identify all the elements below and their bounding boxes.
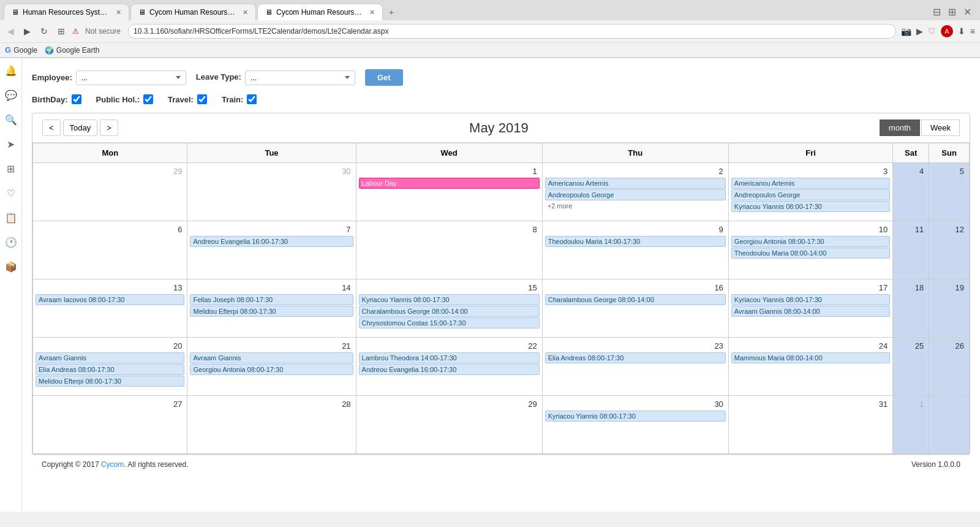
calendar-day-cell[interactable]: 6: [33, 221, 187, 279]
employee-select[interactable]: ...: [76, 70, 186, 85]
birthday-checkbox[interactable]: [72, 94, 81, 104]
play-icon[interactable]: ▶: [916, 26, 923, 36]
calendar-day-cell[interactable]: 4: [893, 163, 929, 221]
calendar-event[interactable]: Charalambous George 08:00-14:00: [545, 294, 726, 305]
calendar-event[interactable]: Lambrou Theodora 14:00-17:30: [359, 352, 540, 363]
calendar-day-cell[interactable]: 1: [893, 396, 929, 454]
calendar-day-cell[interactable]: 23Elia Andreas 08:00-17:30: [542, 338, 728, 396]
calendar-event[interactable]: Charalambous George 08:00-14:00: [359, 306, 540, 317]
calendar-day-cell[interactable]: 7Andreou Evangelia 16:00-17:30: [187, 221, 356, 279]
get-button[interactable]: Get: [365, 69, 403, 86]
calendar-day-cell[interactable]: 29: [33, 163, 187, 221]
calendar-day-cell[interactable]: 31: [728, 396, 892, 454]
minimize-icon[interactable]: ⊟: [933, 6, 941, 18]
sidebar-icon-box[interactable]: 📦: [4, 259, 18, 274]
calendar-event[interactable]: Kyriacou Yiannis 08:00-17:30: [731, 201, 890, 212]
calendar-day-cell[interactable]: 11: [893, 221, 929, 279]
prev-button[interactable]: <: [42, 119, 61, 136]
sidebar-icon-note[interactable]: 📋: [4, 210, 18, 225]
month-view-button[interactable]: month: [880, 119, 920, 136]
close-icon[interactable]: ✕: [963, 6, 971, 18]
calendar-day-cell[interactable]: 24Mammous Maria 08:00-14:00: [728, 338, 892, 396]
sidebar-icon-search[interactable]: 🔍: [4, 112, 18, 127]
calendar-event[interactable]: Kyriacou Yiannis 08:00-17:30: [545, 411, 726, 422]
calendar-day-cell[interactable]: 26: [929, 338, 970, 396]
today-button[interactable]: Today: [63, 119, 98, 136]
calendar-event[interactable]: Labour Day: [359, 178, 540, 189]
sidebar-icon-notification[interactable]: 🔔: [4, 63, 18, 78]
back-button[interactable]: ◀: [5, 25, 17, 37]
calendar-event[interactable]: Andreopoulos George: [731, 189, 890, 200]
calendar-event[interactable]: Mammous Maria 08:00-14:00: [731, 352, 890, 363]
travel-checkbox[interactable]: [197, 94, 207, 104]
calendar-event[interactable]: Georgiou Antonia 08:00-17:30: [190, 364, 353, 375]
forward-button[interactable]: ▶: [21, 25, 33, 37]
week-view-button[interactable]: Week: [921, 119, 960, 136]
public-hol-checkbox[interactable]: [143, 94, 153, 104]
calendar-day-cell[interactable]: 2Americanou ArtemisAndreopoulos George+2…: [542, 163, 728, 221]
tab-1-close[interactable]: ✕: [116, 9, 121, 17]
calendar-event[interactable]: Andreou Evangelia 16:00-17:30: [190, 236, 353, 247]
calendar-event[interactable]: Elia Andreas 08:00-17:30: [36, 364, 184, 375]
calendar-day-cell[interactable]: 13Avraam Iacovos 08:00-17:30: [33, 279, 187, 338]
calendar-day-cell[interactable]: 17Kyriacou Yiannis 08:00-17:30Avraam Gia…: [728, 279, 892, 338]
calendar-day-cell[interactable]: 28: [187, 396, 356, 454]
calendar-event[interactable]: Avraam Giannis 08:00-14:00: [731, 306, 890, 317]
calendar-day-cell[interactable]: 9Theodoulou Maria 14:00-17:30: [542, 221, 728, 279]
calendar-event[interactable]: Avraam Iacovos 08:00-17:30: [36, 294, 184, 305]
calendar-day-cell[interactable]: 29: [356, 396, 542, 454]
tab-3[interactable]: 🖥 Cycom Human Resourses ✕: [257, 4, 383, 20]
calendar-day-cell[interactable]: 12: [929, 221, 970, 279]
calendar-day-cell[interactable]: [929, 396, 970, 454]
calendar-event[interactable]: Kyriacou Yiannis 08:00-17:30: [359, 294, 540, 305]
calendar-day-cell[interactable]: 21Avraam GiannisGeorgiou Antonia 08:00-1…: [187, 338, 356, 396]
calendar-day-cell[interactable]: 3Americanou ArtemisAndreopoulos GeorgeKy…: [728, 163, 892, 221]
calendar-day-cell[interactable]: 8: [356, 221, 542, 279]
calendar-day-cell[interactable]: 16Charalambous George 08:00-14:00: [542, 279, 728, 338]
calendar-event[interactable]: Chrysostomou Costas 15:00-17:30: [359, 317, 540, 328]
home-button[interactable]: ⊞: [55, 25, 67, 37]
calendar-day-cell[interactable]: 20Avraam GiannisElia Andreas 08:00-17:30…: [33, 338, 187, 396]
cast-icon[interactable]: 📷: [901, 26, 911, 36]
calendar-day-cell[interactable]: 22Lambrou Theodora 14:00-17:30Andreou Ev…: [356, 338, 542, 396]
calendar-event[interactable]: Avraam Giannis: [190, 352, 353, 363]
download-icon[interactable]: ⬇: [958, 26, 965, 36]
calendar-event[interactable]: Georgiou Antonia 08:00-17:30: [731, 236, 890, 247]
calendar-event[interactable]: Fellas Joseph 08:00-17:30: [190, 294, 353, 305]
address-input[interactable]: [128, 24, 896, 39]
calendar-day-cell[interactable]: 19: [929, 279, 970, 338]
tab-1[interactable]: 🖥 Human Resources System - ✕: [4, 4, 129, 20]
maximize-icon[interactable]: ⊞: [948, 6, 956, 18]
menu-icon[interactable]: ≡: [970, 26, 975, 36]
new-tab-button[interactable]: +: [384, 5, 399, 20]
reload-button[interactable]: ↻: [38, 25, 50, 37]
calendar-day-cell[interactable]: 30Kyriacou Yiannis 08:00-17:30: [542, 396, 728, 454]
sidebar-icon-message[interactable]: 💬: [4, 88, 18, 102]
calendar-day-cell[interactable]: 1Labour Day: [356, 163, 542, 221]
calendar-day-cell[interactable]: 5: [929, 163, 970, 221]
calendar-day-cell[interactable]: 27: [33, 396, 187, 454]
calendar-event[interactable]: Theodoulou Maria 08:00-14:00: [731, 248, 890, 259]
sidebar-icon-grid[interactable]: ⊞: [4, 161, 18, 176]
calendar-day-cell[interactable]: 18: [893, 279, 929, 338]
calendar-day-cell[interactable]: 15Kyriacou Yiannis 08:00-17:30Charalambo…: [356, 279, 542, 338]
calendar-event[interactable]: Avraam Giannis: [36, 352, 184, 363]
sidebar-icon-send[interactable]: ➤: [4, 137, 18, 151]
calendar-event[interactable]: Andreou Evangelia 16:00-17:30: [359, 364, 540, 375]
tab-2[interactable]: 🖥 Cycom Human Resourses 2 ✕: [130, 4, 256, 20]
calendar-event[interactable]: Americanou Artemis: [731, 178, 890, 189]
bookmark-icon[interactable]: ♡: [928, 26, 936, 36]
cycom-link[interactable]: Cycom: [101, 460, 124, 469]
calendar-day-cell[interactable]: 25: [893, 338, 929, 396]
calendar-day-cell[interactable]: 30: [187, 163, 356, 221]
calendar-event[interactable]: Kyriacou Yiannis 08:00-17:30: [731, 294, 890, 305]
calendar-day-cell[interactable]: 10Georgiou Antonia 08:00-17:30Theodoulou…: [728, 221, 892, 279]
next-button[interactable]: >: [100, 119, 118, 136]
leave-type-select[interactable]: ...: [245, 70, 355, 85]
calendar-event[interactable]: Elia Andreas 08:00-17:30: [545, 352, 726, 363]
calendar-event[interactable]: Melidou Efterpi 08:00-17:30: [36, 376, 184, 387]
calendar-event[interactable]: Americanou Artemis: [545, 178, 726, 189]
tab-3-close[interactable]: ✕: [369, 9, 375, 17]
profile-icon[interactable]: A: [941, 25, 953, 37]
calendar-event[interactable]: +2 more: [545, 201, 726, 211]
